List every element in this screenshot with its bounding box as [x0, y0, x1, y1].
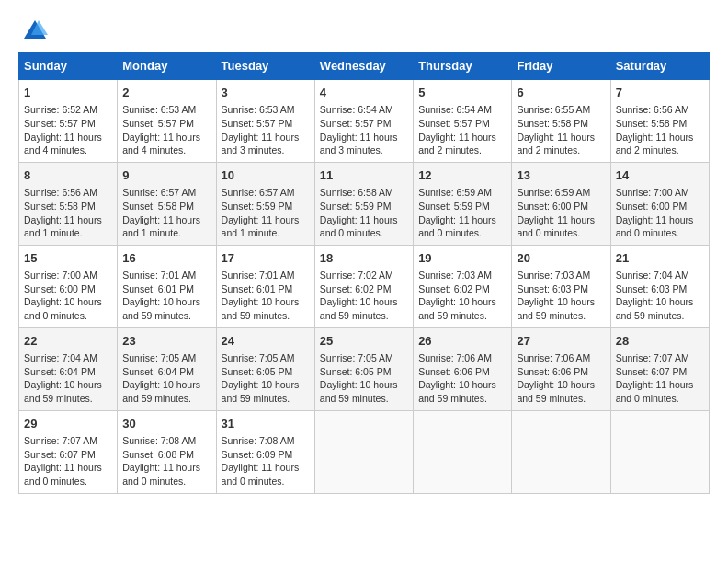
- day-number: 4: [320, 85, 408, 101]
- calendar-cell: 15Sunrise: 7:00 AMSunset: 6:00 PMDayligh…: [19, 245, 118, 327]
- calendar-cell: 16Sunrise: 7:01 AMSunset: 6:01 PMDayligh…: [118, 245, 216, 327]
- daylight-label: Daylight: 11 hours and 4 minutes.: [24, 132, 102, 156]
- sunrise-label: Sunrise: 7:02 AM: [320, 270, 393, 281]
- sunrise-label: Sunrise: 6:57 AM: [122, 187, 196, 198]
- sunset-label: Sunset: 5:57 PM: [122, 118, 194, 129]
- calendar-week-row: 29Sunrise: 7:07 AMSunset: 6:07 PMDayligh…: [19, 410, 710, 493]
- day-number: 26: [418, 333, 506, 350]
- sunrise-label: Sunrise: 7:01 AM: [222, 270, 295, 281]
- sunset-label: Sunset: 6:03 PM: [616, 283, 688, 294]
- column-header-wednesday: Wednesday: [314, 52, 413, 80]
- logo-icon: [22, 18, 48, 44]
- calendar-cell: 30Sunrise: 7:08 AMSunset: 6:08 PMDayligh…: [118, 410, 216, 493]
- calendar-cell: [610, 410, 709, 493]
- daylight-label: Daylight: 11 hours and 0 minutes.: [517, 214, 595, 239]
- sunrise-label: Sunrise: 7:05 AM: [122, 352, 196, 363]
- daylight-label: Daylight: 11 hours and 0 minutes.: [320, 214, 398, 239]
- sunset-label: Sunset: 6:04 PM: [24, 366, 96, 377]
- daylight-label: Daylight: 11 hours and 1 minute.: [24, 214, 102, 239]
- day-number: 31: [222, 416, 310, 432]
- daylight-label: Daylight: 11 hours and 3 minutes.: [222, 132, 300, 156]
- sunset-label: Sunset: 5:59 PM: [320, 201, 392, 212]
- sunset-label: Sunset: 6:09 PM: [222, 449, 293, 460]
- daylight-label: Daylight: 10 hours and 59 minutes.: [616, 296, 694, 321]
- column-header-saturday: Saturday: [610, 52, 709, 80]
- sunset-label: Sunset: 5:58 PM: [122, 201, 194, 212]
- sunrise-label: Sunrise: 7:03 AM: [517, 270, 590, 281]
- logo: [18, 18, 48, 44]
- sunrise-label: Sunrise: 6:53 AM: [122, 104, 196, 115]
- daylight-label: Daylight: 11 hours and 1 minute.: [222, 214, 300, 239]
- calendar-cell: 19Sunrise: 7:03 AMSunset: 6:02 PMDayligh…: [414, 245, 512, 327]
- daylight-label: Daylight: 11 hours and 2 minutes.: [418, 132, 496, 156]
- sunrise-label: Sunrise: 7:06 AM: [418, 352, 492, 363]
- sunrise-label: Sunrise: 7:05 AM: [222, 352, 295, 363]
- calendar-cell: 8Sunrise: 6:56 AMSunset: 5:58 PMDaylight…: [19, 162, 118, 245]
- column-header-friday: Friday: [512, 52, 610, 80]
- calendar-cell: [314, 410, 413, 493]
- calendar-cell: 14Sunrise: 7:00 AMSunset: 6:00 PMDayligh…: [610, 162, 709, 245]
- sunset-label: Sunset: 6:06 PM: [418, 366, 490, 377]
- sunrise-label: Sunrise: 6:56 AM: [24, 187, 97, 198]
- daylight-label: Daylight: 10 hours and 59 minutes.: [418, 379, 496, 404]
- sunrise-label: Sunrise: 6:52 AM: [24, 104, 97, 115]
- column-header-sunday: Sunday: [19, 52, 118, 80]
- sunset-label: Sunset: 6:07 PM: [24, 449, 96, 460]
- calendar-cell: 2Sunrise: 6:53 AMSunset: 5:57 PMDaylight…: [118, 80, 216, 163]
- daylight-label: Daylight: 11 hours and 2 minutes.: [616, 132, 694, 156]
- daylight-label: Daylight: 11 hours and 0 minutes.: [616, 214, 694, 239]
- calendar-cell: 12Sunrise: 6:59 AMSunset: 5:59 PMDayligh…: [414, 162, 512, 245]
- sunrise-label: Sunrise: 6:58 AM: [320, 187, 393, 198]
- day-number: 1: [24, 85, 112, 101]
- sunrise-label: Sunrise: 7:06 AM: [517, 352, 590, 363]
- sunset-label: Sunset: 6:04 PM: [122, 366, 194, 377]
- daylight-label: Daylight: 10 hours and 59 minutes.: [517, 296, 595, 321]
- calendar-cell: 17Sunrise: 7:01 AMSunset: 6:01 PMDayligh…: [216, 245, 314, 327]
- sunset-label: Sunset: 5:58 PM: [24, 201, 96, 212]
- daylight-label: Daylight: 10 hours and 0 minutes.: [24, 296, 102, 321]
- calendar-cell: [512, 410, 610, 493]
- sunset-label: Sunset: 5:58 PM: [517, 118, 588, 129]
- column-header-tuesday: Tuesday: [216, 52, 314, 80]
- calendar-cell: 3Sunrise: 6:53 AMSunset: 5:57 PMDaylight…: [216, 80, 314, 163]
- sunset-label: Sunset: 6:08 PM: [122, 449, 194, 460]
- sunset-label: Sunset: 6:02 PM: [418, 283, 490, 294]
- day-number: 21: [616, 250, 704, 267]
- day-number: 9: [122, 167, 210, 184]
- calendar-week-row: 22Sunrise: 7:04 AMSunset: 6:04 PMDayligh…: [19, 327, 710, 410]
- day-number: 7: [616, 85, 704, 101]
- day-number: 30: [122, 416, 210, 432]
- day-number: 3: [222, 85, 310, 101]
- calendar-cell: 20Sunrise: 7:03 AMSunset: 6:03 PMDayligh…: [512, 245, 610, 327]
- day-number: 16: [122, 250, 210, 267]
- day-number: 17: [222, 250, 310, 267]
- sunrise-label: Sunrise: 7:01 AM: [122, 270, 196, 281]
- calendar-cell: 25Sunrise: 7:05 AMSunset: 6:05 PMDayligh…: [314, 327, 413, 410]
- sunrise-label: Sunrise: 7:08 AM: [122, 435, 196, 446]
- day-number: 11: [320, 167, 408, 184]
- daylight-label: Daylight: 10 hours and 59 minutes.: [122, 379, 200, 404]
- daylight-label: Daylight: 10 hours and 59 minutes.: [222, 379, 300, 404]
- sunset-label: Sunset: 5:57 PM: [24, 118, 96, 129]
- sunrise-label: Sunrise: 6:56 AM: [616, 104, 689, 115]
- column-header-thursday: Thursday: [414, 52, 512, 80]
- calendar-cell: 1Sunrise: 6:52 AMSunset: 5:57 PMDaylight…: [19, 80, 118, 163]
- day-number: 15: [24, 250, 112, 267]
- sunrise-label: Sunrise: 6:53 AM: [222, 104, 295, 115]
- calendar-cell: 10Sunrise: 6:57 AMSunset: 5:59 PMDayligh…: [216, 162, 314, 245]
- calendar-cell: 13Sunrise: 6:59 AMSunset: 6:00 PMDayligh…: [512, 162, 610, 245]
- calendar-week-row: 8Sunrise: 6:56 AMSunset: 5:58 PMDaylight…: [19, 162, 710, 245]
- calendar-cell: 6Sunrise: 6:55 AMSunset: 5:58 PMDaylight…: [512, 80, 610, 163]
- sunrise-label: Sunrise: 7:04 AM: [24, 352, 97, 363]
- calendar-cell: 23Sunrise: 7:05 AMSunset: 6:04 PMDayligh…: [118, 327, 216, 410]
- daylight-label: Daylight: 11 hours and 0 minutes.: [616, 379, 694, 404]
- calendar-cell: 28Sunrise: 7:07 AMSunset: 6:07 PMDayligh…: [610, 327, 709, 410]
- day-number: 24: [222, 333, 310, 350]
- day-number: 28: [616, 333, 704, 350]
- daylight-label: Daylight: 11 hours and 2 minutes.: [517, 132, 595, 156]
- day-number: 18: [320, 250, 408, 267]
- daylight-label: Daylight: 10 hours and 59 minutes.: [517, 379, 595, 404]
- sunset-label: Sunset: 5:57 PM: [320, 118, 392, 129]
- calendar-cell: 29Sunrise: 7:07 AMSunset: 6:07 PMDayligh…: [19, 410, 118, 493]
- calendar-cell: 9Sunrise: 6:57 AMSunset: 5:58 PMDaylight…: [118, 162, 216, 245]
